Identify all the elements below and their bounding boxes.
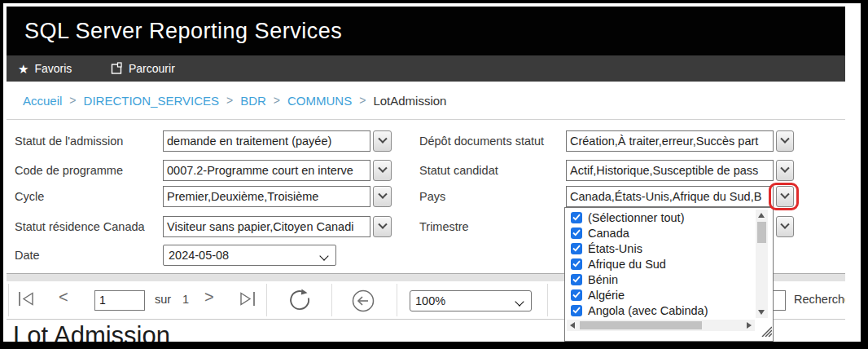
dropdown-arrow-trimestre[interactable] — [776, 216, 794, 237]
option-label: Algérie — [588, 289, 625, 302]
favorites-label: Favoris — [34, 62, 72, 75]
dropdown-arrow-statut-admission[interactable] — [373, 130, 392, 152]
pays-option-list: (Sélectionner tout) Canada États-Unis Af… — [567, 210, 754, 318]
option-label: (Sélectionner tout) — [588, 211, 684, 224]
breadcrumb-separator: > — [226, 94, 233, 107]
menu-item-favorites[interactable]: ★ Favoris — [18, 55, 72, 82]
param-input-statut-candidat[interactable]: Actif,Historique,Susceptible de pass — [566, 160, 774, 181]
chevron-down-icon — [378, 135, 387, 144]
page-number-input[interactable]: 1 — [94, 290, 145, 311]
option-label: Angola (avec Cabinda) — [588, 304, 708, 317]
chevron-down-icon — [780, 190, 789, 199]
browse-label: Parcourir — [129, 62, 175, 75]
first-page-button[interactable] — [17, 291, 37, 310]
toolbar-divider — [547, 284, 548, 316]
param-input-cycle[interactable]: Premier,Deuxième,Troisième — [163, 186, 370, 207]
menu-bar: ★ Favoris Parcourir — [7, 55, 845, 82]
app-title: SQL Server Reporting Services — [24, 7, 342, 55]
dropdown-option-etats-unis[interactable]: États-Unis — [567, 241, 754, 256]
zoom-select[interactable]: 100% — [410, 290, 532, 311]
report-title: Lot Admission — [13, 321, 170, 342]
dropdown-arrow-pays[interactable] — [776, 186, 794, 207]
param-label-date: Date — [15, 245, 40, 266]
date-select-value: 2024-05-08 — [169, 249, 229, 262]
dropdown-arrow-code-programme[interactable] — [373, 160, 392, 181]
dropdown-arrow-depot-documents[interactable] — [776, 130, 794, 152]
param-label-pays: Pays — [419, 186, 445, 207]
checkbox-checked-icon[interactable] — [571, 274, 582, 285]
dropdown-arrow-cycle[interactable] — [373, 186, 392, 207]
back-arrow-icon[interactable] — [349, 287, 377, 318]
toolbar-divider — [331, 284, 332, 316]
option-label: Afrique du Sud — [588, 258, 666, 271]
param-input-depot-documents[interactable]: Création,À traiter,erreur,Succès part — [566, 130, 774, 152]
star-icon: ★ — [18, 63, 28, 75]
chevron-down-icon — [378, 164, 387, 173]
dropdown-option-algerie[interactable]: Algérie — [567, 287, 754, 303]
param-label-code-programme: Code de programme — [15, 160, 123, 181]
search-label: Rechercher — [794, 293, 845, 306]
chevron-down-icon — [780, 135, 789, 144]
zoom-select-value: 100% — [415, 294, 445, 307]
param-label-statut-admission: Statut de l'admission — [15, 130, 123, 152]
scroll-right-arrow-icon[interactable] — [747, 322, 752, 329]
breadcrumb-separator: > — [359, 94, 366, 107]
breadcrumb-separator: > — [274, 94, 280, 107]
screenshot-frame: SQL Server Reporting Services ★ Favoris … — [0, 0, 868, 349]
menu-item-browse[interactable]: Parcourir — [111, 55, 175, 82]
checkbox-checked-icon[interactable] — [571, 228, 582, 239]
toolbar-divider — [397, 284, 397, 316]
vertical-scroll-thumb[interactable] — [757, 222, 766, 243]
refresh-icon[interactable] — [287, 287, 313, 316]
dropdown-option-benin[interactable]: Bénin — [567, 272, 754, 287]
checkbox-checked-icon[interactable] — [571, 258, 582, 270]
resize-grip-icon[interactable] — [761, 325, 772, 340]
toolbar-divider — [266, 284, 267, 316]
breadcrumb-separator: > — [69, 94, 76, 107]
dropdown-option-angola[interactable]: Angola (avec Cabinda) — [567, 303, 754, 318]
breadcrumb-bdr[interactable]: BDR — [240, 94, 266, 108]
next-page-button[interactable]: > — [204, 288, 214, 307]
breadcrumb-communs[interactable]: COMMUNS — [287, 94, 352, 108]
previous-page-button[interactable]: < — [59, 288, 68, 307]
dropdown-option-afrique-du-sud[interactable]: Afrique du Sud — [567, 256, 754, 272]
param-input-statut-residence[interactable]: Visiteur sans papier,Citoyen Canadi — [163, 216, 370, 237]
app-header: SQL Server Reporting Services — [7, 7, 845, 55]
vertical-scrollbar[interactable] — [756, 210, 768, 318]
dropdown-arrow-statut-residence[interactable] — [373, 216, 392, 237]
option-label: États-Unis — [588, 242, 642, 255]
chevron-down-icon — [780, 164, 789, 173]
option-label: Canada — [588, 227, 629, 240]
horizontal-scrollbar[interactable] — [567, 320, 755, 331]
scroll-up-arrow-icon[interactable] — [758, 213, 765, 218]
toolbar-divider — [8, 284, 9, 316]
checkbox-checked-icon[interactable] — [571, 289, 582, 301]
dropdown-arrow-statut-candidat[interactable] — [776, 160, 794, 181]
chevron-down-icon — [378, 220, 387, 229]
checkbox-checked-icon[interactable] — [571, 305, 582, 316]
param-label-statut-residence: Statut résidence Canada — [15, 216, 145, 237]
breadcrumb-home[interactable]: Accueil — [23, 94, 62, 108]
breadcrumb-current: LotAdmission — [373, 94, 446, 108]
param-label-cycle: Cycle — [15, 186, 44, 207]
param-label-trimestre: Trimestre — [419, 216, 469, 237]
scroll-down-arrow-icon[interactable] — [758, 310, 765, 315]
option-label: Bénin — [588, 273, 618, 286]
checkbox-checked-icon[interactable] — [571, 212, 582, 223]
checkbox-checked-icon[interactable] — [571, 243, 582, 254]
param-input-statut-admission[interactable]: demande en traitement (payée) — [163, 130, 370, 152]
chevron-down-icon — [319, 251, 328, 260]
param-label-statut-candidat: Statut candidat — [419, 160, 498, 181]
total-pages-label: 1 — [182, 293, 189, 306]
scroll-left-arrow-icon[interactable] — [570, 322, 575, 329]
dropdown-option-canada[interactable]: Canada — [567, 225, 754, 241]
breadcrumb-direction-services[interactable]: DIRECTION_SERVICES — [84, 94, 219, 108]
param-input-code-programme[interactable]: 0007.2-Programme court en interve — [163, 160, 370, 181]
dropdown-option-select-all[interactable]: (Sélectionner tout) — [567, 210, 754, 225]
horizontal-scroll-thumb[interactable] — [580, 321, 702, 329]
breadcrumb: Accueil > DIRECTION_SERVICES > BDR > COM… — [7, 82, 845, 120]
browse-icon — [111, 62, 123, 75]
date-select[interactable]: 2024-05-08 — [163, 245, 336, 266]
last-page-button[interactable] — [237, 291, 256, 310]
param-input-pays[interactable]: Canada,États-Unis,Afrique du Sud,B — [566, 186, 774, 207]
